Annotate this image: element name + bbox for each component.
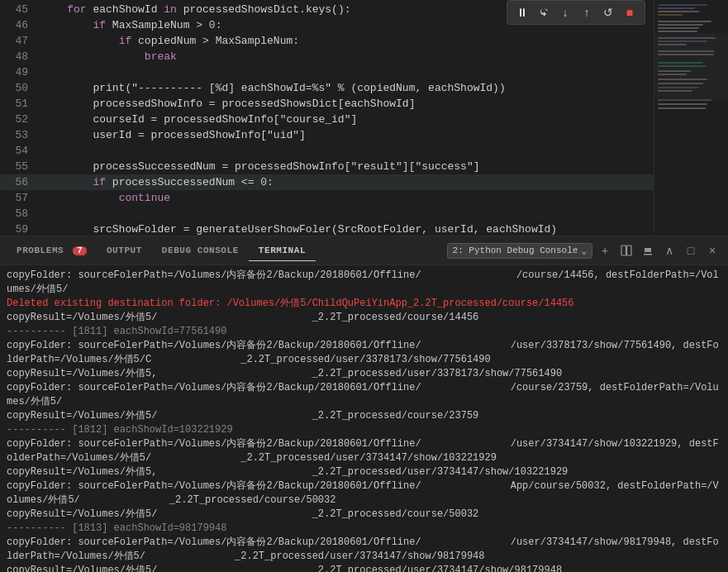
line-number: 49 bbox=[0, 64, 41, 80]
line-content: userId = processedShowInfo["uid"] bbox=[41, 127, 728, 143]
code-line: 47 if copiedNum > MaxSampleNum: bbox=[0, 33, 728, 49]
code-line: 52 courseId = processedShowInfo["course_… bbox=[0, 112, 728, 127]
code-line: 57 continue bbox=[0, 190, 728, 206]
terminal-controls: 2: Python Debug Console ⌄ + ∧ □ × bbox=[447, 241, 721, 260]
terminal-line: Deleted existing destination folder: /Vo… bbox=[7, 297, 721, 311]
svg-rect-7 bbox=[658, 27, 699, 29]
debug-toolbar: ⏸ ↓ ↑ ↺ ■ bbox=[507, 0, 645, 25]
close-panel-button[interactable]: × bbox=[703, 241, 721, 260]
terminal-line: copyFolder: sourceFolerPath=/Volumes/内容备… bbox=[7, 269, 721, 297]
maximize-panel-button[interactable]: □ bbox=[682, 241, 700, 260]
svg-rect-3 bbox=[658, 11, 699, 12]
line-content: if processSuccessedNum <= 0: bbox=[41, 174, 728, 190]
code-line: 53 userId = processedShowInfo["uid"] bbox=[0, 127, 728, 143]
svg-rect-1 bbox=[658, 4, 707, 6]
line-content: courseId = processedShowInfo["course_id"… bbox=[41, 112, 728, 127]
svg-rect-8 bbox=[658, 31, 697, 32]
terminal-line: ---------- [1811] eachShowId=77561490 bbox=[7, 325, 721, 339]
terminal-line: ---------- [1812] eachShowId=103221929 bbox=[7, 423, 721, 437]
code-line: 51 processedShowInfo = processedShowsDic… bbox=[0, 96, 728, 112]
kill-terminal-button[interactable] bbox=[639, 241, 657, 260]
terminal-line: copyResult=/Volumes/外借5/ _2.2T_processed… bbox=[7, 311, 721, 325]
code-editor: 45 for eachShowId in processedShowsDict.… bbox=[0, 0, 728, 236]
line-number: 50 bbox=[0, 80, 41, 96]
code-line: 49 bbox=[0, 64, 728, 80]
line-number: 47 bbox=[0, 33, 41, 49]
line-number: 46 bbox=[0, 17, 41, 33]
line-content: print("---------- [%d] eachShowId=%s" % … bbox=[41, 80, 728, 96]
line-content: continue bbox=[41, 190, 728, 206]
terminal-line: copyResult=/Volumes/外借5/ _2.2T_processed… bbox=[7, 409, 721, 423]
debug-step-out-button[interactable]: ↑ bbox=[577, 2, 597, 22]
terminal-line: copyResult=/Volumes/外借5, _2.2T_processed… bbox=[7, 465, 721, 479]
terminal-session-select[interactable]: 2: Python Debug Console ⌄ bbox=[447, 243, 592, 259]
line-number: 51 bbox=[0, 96, 41, 112]
debug-stop-button[interactable]: ■ bbox=[620, 2, 640, 22]
svg-rect-25 bbox=[654, 33, 728, 99]
svg-rect-26 bbox=[621, 245, 626, 255]
line-content: break bbox=[41, 49, 728, 64]
terminal-output[interactable]: copyFolder: sourceFolerPath=/Volumes/内容备… bbox=[0, 265, 728, 572]
svg-rect-6 bbox=[658, 24, 703, 26]
line-number: 54 bbox=[0, 143, 41, 159]
panel-tabs: PROBLEMS 7 OUTPUT DEBUG CONSOLE TERMINAL… bbox=[0, 236, 728, 265]
code-line: 50 print("---------- [%d] eachShowId=%s"… bbox=[0, 80, 728, 96]
svg-rect-24 bbox=[658, 107, 706, 109]
line-number: 48 bbox=[0, 49, 41, 64]
debug-pause-button[interactable]: ⏸ bbox=[512, 2, 532, 22]
line-number: 52 bbox=[0, 112, 41, 127]
minimap bbox=[654, 0, 728, 236]
line-content: processedShowInfo = processedShowsDict[e… bbox=[41, 96, 728, 112]
terminal-line: copyResult=/Volumes/外借5, _2.2T_processed… bbox=[7, 367, 721, 381]
tab-output[interactable]: OUTPUT bbox=[97, 241, 152, 260]
line-number: 59 bbox=[0, 222, 41, 236]
code-line: 55 processSuccessedNum = processedShowIn… bbox=[0, 159, 728, 174]
split-terminal-button[interactable] bbox=[617, 241, 635, 260]
code-line: 48 break bbox=[0, 49, 728, 64]
line-number: 58 bbox=[0, 206, 41, 222]
line-number: 56 bbox=[0, 174, 41, 190]
collapse-panel-button[interactable]: ∧ bbox=[660, 241, 678, 260]
line-number: 57 bbox=[0, 190, 41, 206]
code-lines: 45 for eachShowId in processedShowsDict.… bbox=[0, 0, 728, 236]
line-content: srcShowFolder = generateUserShowFoler(Sr… bbox=[41, 222, 728, 236]
terminal-line: copyFolder: sourceFolerPath=/Volumes/内容备… bbox=[7, 479, 721, 508]
terminal-line: copyFolder: sourceFolerPath=/Volumes/内容备… bbox=[7, 381, 721, 409]
code-line: 56 if processSuccessedNum <= 0: bbox=[0, 174, 728, 190]
code-line: 59 srcShowFolder = generateUserShowFoler… bbox=[0, 222, 728, 236]
line-number: 45 bbox=[0, 2, 41, 17]
terminal-line: copyFolder: sourceFolerPath=/Volumes/内容备… bbox=[7, 437, 721, 465]
line-number: 53 bbox=[0, 127, 41, 143]
terminal-line: ---------- [1813] eachShowId=98179948 bbox=[7, 522, 721, 536]
code-line: 54 bbox=[0, 143, 728, 159]
svg-rect-22 bbox=[658, 99, 711, 101]
debug-step-into-button[interactable]: ↓ bbox=[555, 2, 575, 22]
svg-rect-4 bbox=[658, 14, 683, 16]
new-terminal-button[interactable]: + bbox=[596, 241, 614, 260]
svg-rect-23 bbox=[658, 103, 707, 105]
minimap-svg bbox=[654, 0, 728, 236]
tab-terminal[interactable]: TERMINAL bbox=[249, 241, 316, 261]
terminal-line: copyFolder: sourceFolerPath=/Volumes/内容备… bbox=[7, 536, 721, 564]
svg-rect-27 bbox=[627, 245, 632, 255]
terminal-line: copyResult=/Volumes/外借5/ _2.2T_processed… bbox=[7, 508, 721, 522]
tab-debug-console[interactable]: DEBUG CONSOLE bbox=[152, 241, 249, 260]
debug-restart-button[interactable]: ↺ bbox=[598, 2, 618, 22]
svg-rect-5 bbox=[658, 21, 711, 22]
terminal-line: copyFolder: sourceFolerPath=/Volumes/内容备… bbox=[7, 339, 721, 367]
line-content: if copiedNum > MaxSampleNum: bbox=[41, 33, 728, 49]
line-content: processSuccessedNum = processedShowInfo[… bbox=[41, 159, 728, 174]
debug-step-over-button[interactable] bbox=[534, 2, 554, 22]
tab-problems[interactable]: PROBLEMS 7 bbox=[7, 241, 97, 260]
panel-area: PROBLEMS 7 OUTPUT DEBUG CONSOLE TERMINAL… bbox=[0, 236, 728, 572]
terminal-line: copyResult=/Volumes/外借5/ _2.2T_processed… bbox=[7, 564, 721, 572]
line-number: 55 bbox=[0, 159, 41, 174]
svg-rect-2 bbox=[658, 7, 695, 9]
code-line: 58 bbox=[0, 206, 728, 222]
